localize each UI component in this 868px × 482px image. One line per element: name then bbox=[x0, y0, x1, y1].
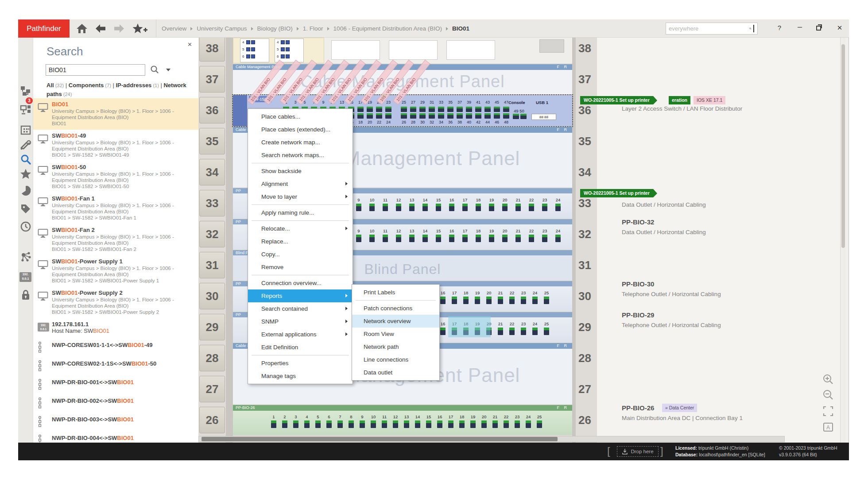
menu-item-remove[interactable]: Remove bbox=[248, 261, 353, 274]
menu-item-alignment[interactable]: Alignment bbox=[248, 177, 353, 190]
patch-port[interactable] bbox=[369, 235, 375, 242]
patch-port[interactable] bbox=[459, 420, 465, 428]
patch-port[interactable] bbox=[293, 420, 298, 428]
patch-port[interactable] bbox=[304, 420, 310, 428]
restore-button[interactable] bbox=[816, 26, 821, 31]
patch-grid-icon[interactable] bbox=[20, 124, 31, 136]
patch-port[interactable] bbox=[475, 297, 480, 304]
search-icon[interactable] bbox=[749, 24, 752, 33]
menu-item-move-to-layer[interactable]: Move to layer bbox=[248, 190, 353, 203]
search-result-item[interactable]: BIO01University Campus > Biology (BIO) >… bbox=[33, 98, 198, 130]
patch-port[interactable] bbox=[515, 235, 521, 242]
fiber-port[interactable] bbox=[251, 54, 255, 58]
search-result-item[interactable]: NWP-DR-BIO-001<->SWBIO01 bbox=[33, 374, 198, 393]
menu-item-line-connections[interactable]: Line connections bbox=[352, 353, 439, 366]
breadcrumb-item[interactable]: BIO01 bbox=[452, 25, 469, 32]
patch-port[interactable] bbox=[462, 204, 468, 211]
patch-port[interactable] bbox=[526, 420, 531, 428]
patch-port[interactable] bbox=[502, 204, 508, 211]
menu-item-place-cables[interactable]: Place cables... bbox=[248, 110, 353, 123]
patch-port[interactable] bbox=[356, 204, 361, 211]
panel-header[interactable]: PP-BIO-26F R bbox=[233, 405, 572, 411]
patch-port[interactable] bbox=[436, 204, 441, 211]
vertical-scrollbar-thumb[interactable] bbox=[841, 44, 845, 248]
tags-icon[interactable] bbox=[20, 203, 31, 215]
add-favorite-button[interactable] bbox=[132, 23, 148, 35]
patch-port[interactable] bbox=[470, 420, 476, 428]
breadcrumb-item[interactable]: University Campus bbox=[197, 25, 247, 32]
patch-port[interactable] bbox=[502, 235, 508, 242]
patch-port[interactable] bbox=[440, 328, 446, 335]
menu-item-properties[interactable]: Properties bbox=[248, 357, 353, 370]
menu-item-search-network-maps[interactable]: Search network maps... bbox=[248, 149, 353, 162]
patch-port[interactable] bbox=[440, 297, 446, 304]
menu-item-replace[interactable]: Replace... bbox=[248, 235, 353, 248]
patch-port[interactable] bbox=[422, 204, 428, 211]
filter-components[interactable]: Components bbox=[69, 82, 104, 89]
help-button[interactable]: ? bbox=[774, 24, 785, 31]
breadcrumb-item[interactable]: Overview bbox=[162, 25, 186, 32]
patch-port[interactable] bbox=[476, 235, 481, 242]
history-clock-icon[interactable] bbox=[20, 221, 31, 232]
search-result-item[interactable]: NWP-CORESW01-1-1<->SWBIO01-49 bbox=[33, 337, 198, 356]
patch-port[interactable] bbox=[492, 420, 498, 428]
patch-port[interactable] bbox=[544, 328, 549, 335]
search-result-item[interactable]: SWBIO01-50University Campus > Biology (B… bbox=[33, 161, 198, 193]
patch-port[interactable] bbox=[396, 235, 401, 242]
menu-item-search-contained[interactable]: Search contained bbox=[248, 302, 353, 315]
search-query-input[interactable] bbox=[46, 65, 145, 75]
patch-port[interactable] bbox=[282, 420, 287, 428]
drop-here-target[interactable]: Drop here bbox=[617, 446, 659, 457]
menu-item-place-cables-extended[interactable]: Place cables (extended)... bbox=[248, 123, 353, 136]
patch-port[interactable] bbox=[532, 297, 538, 304]
patch-port[interactable] bbox=[437, 420, 442, 428]
ip-addresses-icon[interactable]: 192. 0.0.1 bbox=[19, 272, 31, 282]
patch-port[interactable] bbox=[555, 235, 561, 242]
patch-port[interactable] bbox=[515, 204, 521, 211]
search-result-item[interactable]: SWBIO01-Power Supply 2University Campus … bbox=[33, 287, 198, 318]
filter-ip-addresses[interactable]: IP-addresses bbox=[116, 82, 151, 89]
patch-port[interactable] bbox=[337, 420, 343, 428]
home-button[interactable] bbox=[76, 23, 89, 35]
back-button[interactable] bbox=[94, 23, 108, 35]
menu-item-relocate[interactable]: Relocate... bbox=[248, 222, 353, 235]
zoom-in-icon[interactable] bbox=[822, 373, 835, 386]
search-sidebar-icon[interactable] bbox=[20, 154, 31, 165]
search-result-item[interactable]: 192.0.0.1192.178.161.1Host Name: SWBIO01 bbox=[33, 318, 198, 337]
patch-port[interactable] bbox=[371, 420, 376, 428]
close-panel-icon[interactable]: ✕ bbox=[187, 41, 192, 48]
auto-label-icon[interactable]: A bbox=[822, 421, 835, 434]
menu-item-reports[interactable]: Reports bbox=[248, 289, 353, 302]
fiber-port[interactable] bbox=[251, 47, 255, 51]
fiber-port[interactable] bbox=[286, 54, 290, 58]
work-order-ribbon[interactable]: WO-20221005-1 Set up printer bbox=[580, 189, 653, 197]
global-search-input[interactable] bbox=[666, 25, 749, 32]
patch-port[interactable] bbox=[383, 204, 388, 211]
menu-item-snmp[interactable]: SNMP bbox=[248, 315, 353, 328]
network-components-icon[interactable] bbox=[20, 104, 31, 116]
horizontal-scrollbar-thumb[interactable] bbox=[202, 437, 558, 441]
data-center-badge[interactable]: » Data Center bbox=[662, 404, 697, 412]
patch-port[interactable] bbox=[532, 328, 538, 335]
work-orders-icon[interactable] bbox=[20, 139, 31, 151]
breadcrumb-item[interactable]: 1006 - Equipment Distribution Area (BIO) bbox=[333, 25, 442, 32]
patch-port[interactable] bbox=[504, 420, 509, 428]
search-field[interactable] bbox=[46, 64, 145, 76]
patch-port[interactable] bbox=[404, 420, 409, 428]
search-result-item[interactable]: SWBIO01-Power Supply 1University Campus … bbox=[33, 255, 198, 287]
fiber-port[interactable] bbox=[286, 47, 290, 51]
breadcrumb-item[interactable]: Biology (BIO) bbox=[257, 25, 293, 32]
lock-icon[interactable] bbox=[20, 289, 31, 301]
patch-port[interactable] bbox=[476, 204, 481, 211]
menu-item-create-network-map[interactable]: Create network map... bbox=[248, 136, 353, 149]
patch-port[interactable] bbox=[356, 235, 361, 242]
patch-port[interactable] bbox=[544, 297, 549, 304]
patch-port[interactable] bbox=[509, 328, 515, 335]
patch-port[interactable] bbox=[542, 235, 547, 242]
patch-port[interactable] bbox=[486, 297, 492, 304]
filter-all[interactable]: All bbox=[46, 82, 54, 89]
fiber-port[interactable] bbox=[251, 40, 255, 44]
breadcrumb[interactable]: OverviewUniversity CampusBiology (BIO)1.… bbox=[162, 19, 469, 38]
patch-port[interactable] bbox=[452, 297, 457, 304]
search-options-caret[interactable] bbox=[166, 69, 170, 71]
